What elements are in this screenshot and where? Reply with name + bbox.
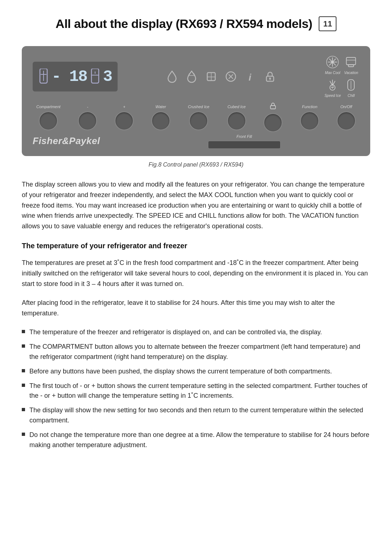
fridge-icon <box>90 69 100 85</box>
water-drop-icon <box>165 70 179 83</box>
bullet-square-icon <box>22 408 25 411</box>
front-fill-area: Front Fill <box>100 134 359 149</box>
panel-display-row: - 18 3 <box>33 55 359 98</box>
list-item: The temperature of the freezer and refri… <box>22 327 370 338</box>
front-fill-label: Front Fill <box>236 134 252 140</box>
temperature-display: - 18 3 <box>33 62 118 91</box>
list-item: Before any buttons have been pushed, the… <box>22 367 370 377</box>
lock-small-label <box>269 102 277 112</box>
bullet-square-icon <box>22 369 25 372</box>
lock-icon <box>263 70 277 83</box>
lock-button[interactable] <box>264 113 282 132</box>
compartment-button-group: Compartment <box>36 104 61 130</box>
temp-value: - 18 <box>52 65 87 89</box>
figure-caption: Fig.8 Control panel (RX693 / RX594) <box>22 160 370 169</box>
bullet-text: Do not change the temperature more than … <box>29 430 370 450</box>
crushed-ice-button[interactable] <box>189 111 208 130</box>
list-item: The display will show the new setting fo… <box>22 405 370 426</box>
list-item: The first touch of - or + button shows t… <box>22 381 370 401</box>
speed-ice-label: Speed Ice <box>324 93 341 98</box>
brand-logo: Fisher&Paykel <box>33 134 100 148</box>
info-icon: i <box>244 70 257 83</box>
list-item: Do not change the temperature more than … <box>22 430 370 450</box>
control-panel-diagram: - 18 3 <box>22 46 370 156</box>
bullet-square-icon <box>22 433 25 436</box>
onoff-button[interactable] <box>337 111 356 130</box>
page-title: All about the display (RX693 / RX594 mod… <box>56 15 312 33</box>
temp-fridge-value: 3 <box>103 65 112 89</box>
freezer-icon <box>38 69 49 85</box>
bullet-list: The temperature of the freezer and refri… <box>22 327 370 450</box>
onoff-label: On/Off <box>340 104 352 110</box>
onoff-button-group: On/Off <box>337 104 356 130</box>
cubed-ice-icon <box>204 70 218 83</box>
chill-label: Chill <box>348 93 355 98</box>
svg-rect-25 <box>347 57 356 65</box>
intro-paragraph: The display screen allows you to view an… <box>22 179 370 232</box>
max-cool-icon-cell: Max Cool <box>324 55 341 75</box>
crushed-ice-button-group: Crushed Ice <box>188 104 209 130</box>
svg-point-17 <box>269 78 271 79</box>
water-button-group: Water <box>151 104 170 130</box>
bullet-square-icon <box>22 384 25 387</box>
minus-button-group: - <box>78 104 97 130</box>
lock-button-group <box>264 102 282 132</box>
circle-x-icon <box>224 70 238 83</box>
right-icons-grid: Max Cool Vacation Speed Ice <box>324 55 359 98</box>
plus-button-group: + <box>115 104 134 130</box>
front-fill-bar <box>208 141 281 149</box>
panel-bottom-row: Fisher&Paykel Front Fill <box>33 134 359 149</box>
svg-rect-26 <box>348 65 354 66</box>
temp-paragraph-1: The temperatures are preset at 3˚C in th… <box>22 258 370 289</box>
function-button[interactable] <box>300 111 319 130</box>
list-item: The COMPARTMENT button allows you to alt… <box>22 342 370 362</box>
function-label: Function <box>302 104 317 110</box>
chill-icon-cell: Chill <box>343 78 359 98</box>
vacation-label: Vacation <box>344 70 358 75</box>
plus-button[interactable] <box>115 111 134 130</box>
svg-point-24 <box>331 61 334 63</box>
bullet-square-icon <box>22 344 25 348</box>
function-button-group: Function <box>300 104 319 130</box>
bullet-text: Before any buttons have been pushed, the… <box>29 367 332 377</box>
water-button[interactable] <box>151 111 170 130</box>
bullet-text: The display will show the new setting fo… <box>29 405 370 426</box>
middle-icons-row: i <box>165 70 277 83</box>
cubed-ice-button[interactable] <box>227 111 246 130</box>
crushed-ice-icon <box>185 70 199 83</box>
temp-paragraph-2: After placing food in the refrigerator, … <box>22 298 370 319</box>
bullet-square-icon <box>22 330 25 333</box>
buttons-row: Compartment - + Water Crushed Ice Cubed … <box>33 102 359 132</box>
max-cool-label: Max Cool <box>325 70 340 75</box>
section-heading: The temperature of your refrigerator and… <box>22 240 370 251</box>
minus-button[interactable] <box>78 111 97 130</box>
bullet-text: The temperature of the freezer and refri… <box>29 327 322 338</box>
page-number: 11 <box>319 16 336 31</box>
plus-label: + <box>123 104 125 110</box>
minus-label: - <box>87 104 89 110</box>
page-header: All about the display (RX693 / RX594 mod… <box>22 15 370 33</box>
vacation-icon-cell: Vacation <box>343 55 359 75</box>
compartment-button[interactable] <box>39 111 58 130</box>
bullet-text: The first touch of - or + button shows t… <box>29 381 370 401</box>
bullet-text: The COMPARTMENT button allows you to alt… <box>29 342 370 362</box>
speed-ice-icon-cell: Speed Ice <box>324 78 341 98</box>
water-label: Water <box>155 104 166 110</box>
cubed-ice-label: Cubed Ice <box>228 104 246 110</box>
cubed-ice-button-group: Cubed Ice <box>227 104 246 130</box>
compartment-label: Compartment <box>36 104 61 110</box>
svg-rect-3 <box>91 69 99 83</box>
svg-text:i: i <box>249 72 252 83</box>
crushed-ice-label: Crushed Ice <box>188 104 209 110</box>
svg-rect-31 <box>270 106 275 109</box>
